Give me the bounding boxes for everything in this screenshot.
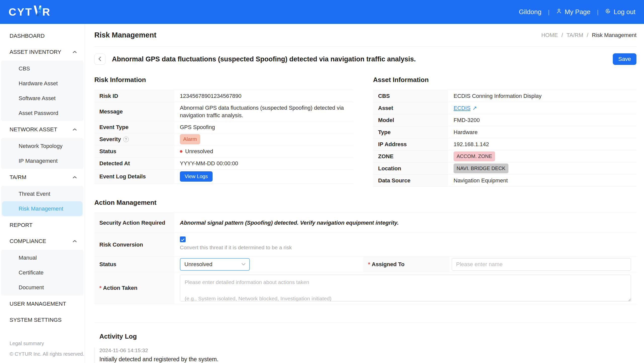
assigned-to-input[interactable] — [452, 258, 631, 271]
message-label: Message — [94, 102, 174, 121]
chevron-up-icon — [72, 240, 77, 243]
ip-address-value: 192.168.1.142 — [448, 138, 636, 150]
asset-value: ECDIS ↗ — [448, 102, 636, 114]
page-title: Risk Management — [94, 31, 156, 39]
model-value: FMD-3200 — [448, 114, 636, 126]
table-row-action-taken: * Action Taken — [94, 272, 636, 304]
breadcrumb-separator: / — [561, 32, 563, 38]
risk-id-value: 12345678901234567890 — [174, 90, 353, 102]
table-row-zone: ZONE ACCOM. ZONE — [373, 150, 636, 163]
event-type-label: Event Type — [94, 121, 174, 133]
table-row-status: Status Unresolved — [94, 145, 353, 157]
sidebar-group-network-asset[interactable]: NETWORK ASSET — [0, 122, 85, 138]
risk-information-title: Risk Information — [94, 76, 353, 84]
log-out-link[interactable]: Log out — [605, 8, 635, 16]
action-status-label: Status — [94, 257, 174, 272]
log-timestamp: 2024-11-06 14:15:32 — [99, 347, 636, 353]
sidebar-group-tarm[interactable]: TA/RM — [0, 169, 85, 185]
asset-link[interactable]: ECDIS — [454, 104, 470, 112]
sidebar-footer: Legal summary © CYTUR Inc. All rights re… — [0, 341, 84, 356]
sidebar: DASHBOARD ASSET INVENTORY CBS Hardware A… — [0, 24, 85, 363]
sidebar-item-threat-event[interactable]: Threat Event — [2, 186, 83, 201]
sidebar-item-dashboard[interactable]: DASHBOARD — [0, 28, 85, 44]
event-log-label: Event Log Details — [94, 170, 174, 183]
cbs-value: ECDIS Conning Information Display — [448, 90, 636, 102]
section-divider — [94, 322, 636, 322]
sidebar-item-hardware-asset[interactable]: Hardware Asset — [2, 76, 83, 91]
sidebar-item-document[interactable]: Document — [2, 280, 83, 295]
event-type-value: GPS Spoofing — [174, 121, 353, 133]
back-button[interactable] — [94, 54, 105, 65]
save-button[interactable]: Save — [613, 53, 636, 65]
table-row-risk-conversion: Risk Conversion Convert this threat if i… — [94, 233, 636, 257]
breadcrumb-home[interactable]: HOME — [541, 32, 558, 38]
sidebar-item-manual[interactable]: Manual — [2, 250, 83, 265]
activity-log-section: Activity Log 2024-11-06 14:15:32 Initial… — [94, 333, 636, 363]
sidebar-item-report[interactable]: REPORT — [0, 217, 85, 233]
sidebar-item-software-asset[interactable]: Software Asset — [2, 91, 83, 106]
status-select[interactable]: Unresolved — [180, 258, 250, 271]
sidebar-item-risk-management[interactable]: Risk Management — [2, 201, 83, 216]
log-message: Initially detected and registered by the… — [99, 356, 636, 363]
table-row-model: Model FMD-3200 — [373, 114, 636, 126]
top-header: CYT R Gildong | M — [0, 0, 644, 24]
app-root: CYT R Gildong | M — [0, 0, 644, 363]
sidebar-item-cbs[interactable]: CBS — [2, 61, 83, 76]
person-icon — [556, 8, 562, 16]
chevron-left-icon — [98, 56, 102, 62]
chevron-up-icon — [72, 128, 77, 131]
header-divider: | — [597, 9, 598, 16]
table-row-ip-address: IP Address 192.168.1.142 — [373, 138, 636, 150]
data-source-label: Data Source — [373, 175, 448, 186]
table-row-location: Location NAVI. BRIDGE DECK — [373, 163, 636, 175]
action-taken-textarea[interactable] — [180, 275, 631, 301]
risk-detail-heading: Abnormal GPS data fluctuations (suspecte… — [112, 55, 416, 63]
data-source-value: Navigation Equipment — [448, 175, 636, 186]
risk-conversion-label: Risk Conversion — [94, 233, 174, 256]
main-content: Risk Management HOME / TA/RM / Risk Mana… — [85, 24, 644, 363]
table-row-data-source: Data Source Navigation Equipment — [373, 175, 636, 187]
risk-conversion-value: Convert this threat if it is determined … — [174, 233, 636, 256]
help-icon[interactable]: ? — [123, 137, 129, 142]
copyright-text: © CYTUR Inc. All rights reserved. — [10, 351, 84, 356]
breadcrumb: HOME / TA/RM / Risk Management — [541, 32, 636, 38]
detected-at-label: Detected At — [94, 157, 174, 169]
chevron-up-icon — [72, 176, 77, 179]
sidebar-item-certificate[interactable]: Certificate — [2, 265, 83, 280]
sidebar-group-compliance[interactable]: COMPLIANCE — [0, 233, 85, 249]
legal-summary-link[interactable]: Legal summary — [10, 341, 84, 346]
header-user-area: Gildong | My Page | Log out — [519, 8, 635, 16]
risk-id-label: Risk ID — [94, 90, 174, 102]
table-row-security-action: Security Action Required Abnormal signal… — [94, 213, 636, 233]
table-row-event-type: Event Type GPS Spoofing — [94, 121, 353, 133]
sidebar-item-ip-management[interactable]: IP Management — [2, 153, 83, 168]
check-icon — [181, 236, 185, 243]
logo-u-icon — [33, 5, 42, 18]
severity-badge: Alarm — [180, 134, 200, 144]
breadcrumb-current: Risk Management — [592, 32, 636, 38]
action-taken-label: * Action Taken — [94, 272, 174, 304]
sidebar-item-user-management[interactable]: USER MANAGEMENT — [0, 296, 85, 312]
status-dot-icon — [180, 150, 182, 153]
activity-log-entry: 2024-11-06 14:15:32 Initially detected a… — [94, 347, 636, 363]
sidebar-item-system-settings[interactable]: SYSTEM SETTINGS — [0, 312, 85, 328]
log-out-label: Log out — [614, 8, 635, 16]
sidebar-item-asset-password[interactable]: Asset Password — [2, 106, 83, 120]
table-row-message: Message Abnormal GPS data fluctuations (… — [94, 102, 353, 121]
sidebar-group-asset-inventory[interactable]: ASSET INVENTORY — [0, 44, 85, 60]
my-page-link[interactable]: My Page — [556, 8, 590, 16]
breadcrumb-tarm[interactable]: TA/RM — [567, 32, 583, 38]
sidebar-item-network-topology[interactable]: Network Topology — [2, 139, 83, 153]
sidebar-submenu-network-asset: Network Topology IP Management — [1, 138, 84, 169]
view-logs-button[interactable]: View Logs — [180, 171, 213, 182]
risk-conversion-checkbox[interactable] — [180, 236, 186, 242]
chevron-down-icon — [241, 262, 246, 267]
cbs-label: CBS — [373, 90, 448, 102]
table-row-type: Type Hardware — [373, 126, 636, 138]
type-value: Hardware — [448, 126, 636, 138]
assigned-to-label: * Assigned To — [363, 257, 449, 272]
status-value: Unresolved — [174, 145, 353, 157]
action-status-value: Unresolved — [174, 257, 363, 272]
logo-text-prefix: CYT — [9, 7, 33, 17]
cytur-logo[interactable]: CYT R — [9, 5, 51, 19]
